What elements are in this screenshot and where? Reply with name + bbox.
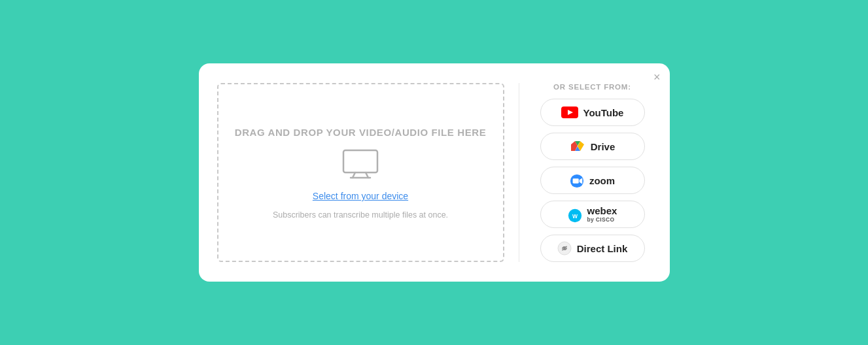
drive-button[interactable]: Drive (540, 133, 645, 160)
select-device-button[interactable]: Select from your device (313, 191, 408, 201)
subscribers-info: Subscribers can transcribe multiple file… (273, 210, 448, 220)
youtube-icon (561, 107, 578, 118)
link-icon (557, 241, 572, 255)
webex-label: webex (587, 206, 617, 217)
youtube-button[interactable]: YouTube (540, 99, 645, 126)
drop-zone: DRAG AND DROP YOUR VIDEO/AUDIO FILE HERE… (217, 83, 504, 262)
webex-button[interactable]: W webex by CISCO (540, 201, 645, 228)
webex-sublabel: by CISCO (587, 217, 615, 223)
upload-modal: × DRAG AND DROP YOUR VIDEO/AUDIO FILE HE… (199, 63, 670, 282)
svg-text:W: W (572, 213, 578, 220)
vertical-divider (519, 83, 519, 262)
svg-rect-14 (572, 178, 578, 183)
close-button[interactable]: × (653, 71, 661, 83)
monitor-icon (342, 149, 379, 182)
drop-zone-title: DRAG AND DROP YOUR VIDEO/AUDIO FILE HERE (235, 125, 487, 140)
zoom-label: zoom (589, 175, 615, 186)
or-select-label: OR SELECT FROM: (553, 83, 631, 91)
svg-rect-0 (343, 150, 377, 172)
zoom-icon (570, 173, 584, 188)
source-panel: OR SELECT FROM: YouTube (534, 83, 651, 262)
youtube-label: YouTube (583, 107, 624, 118)
direct-link-label: Direct Link (577, 243, 628, 254)
webex-icon: W (568, 207, 582, 222)
drive-icon (570, 139, 585, 154)
webex-label-wrap: webex by CISCO (587, 206, 617, 223)
direct-link-button[interactable]: Direct Link (540, 235, 645, 262)
drive-label: Drive (591, 141, 616, 152)
zoom-button[interactable]: zoom (540, 167, 645, 194)
